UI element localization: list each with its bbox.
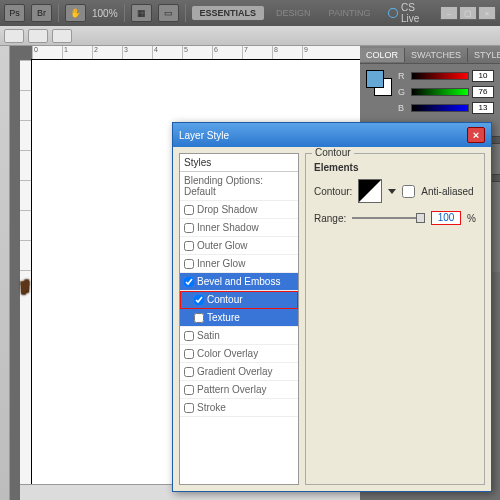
layer-style-dialog: Layer Style × Styles Blending Options: D… [172, 122, 492, 492]
style-satin[interactable]: Satin [180, 327, 298, 345]
styles-list: Styles Blending Options: Default Drop Sh… [179, 153, 299, 485]
close-app-icon[interactable]: × [478, 6, 496, 20]
arrange-icon[interactable]: ▦ [131, 4, 152, 22]
dialog-title: Layer Style [179, 130, 229, 141]
screen-icon[interactable]: ▭ [158, 4, 179, 22]
style-inner-glow[interactable]: Inner Glow [180, 255, 298, 273]
maximize-icon[interactable]: ▢ [459, 6, 477, 20]
style-color-overlay[interactable]: Color Overlay [180, 345, 298, 363]
tab-swatches[interactable]: SWATCHES [405, 48, 468, 62]
antialiased-label: Anti-aliased [421, 186, 473, 197]
tools-panel[interactable] [0, 46, 10, 500]
chevron-down-icon[interactable] [388, 189, 396, 194]
antialiased-checkbox[interactable] [402, 185, 415, 198]
style-outer-glow[interactable]: Outer Glow [180, 237, 298, 255]
color-swatch[interactable] [366, 70, 392, 96]
options-bar [0, 26, 500, 46]
option-chip[interactable] [52, 29, 72, 43]
section-title: Contour [312, 147, 354, 158]
value-g[interactable]: 76 [472, 86, 494, 98]
close-icon[interactable]: × [467, 127, 485, 143]
style-stroke[interactable]: Stroke [180, 399, 298, 417]
contour-picker[interactable] [358, 179, 382, 203]
slider-g[interactable] [411, 88, 469, 96]
style-texture[interactable]: Texture [180, 309, 298, 327]
option-chip[interactable] [28, 29, 48, 43]
style-pattern-overlay[interactable]: Pattern Overlay [180, 381, 298, 399]
app-icon[interactable]: Ps [4, 4, 25, 22]
zoom-level[interactable]: 100% [92, 8, 118, 19]
slider-b[interactable] [411, 104, 469, 112]
style-contour[interactable]: Contour [180, 291, 298, 309]
style-bevel-emboss[interactable]: Bevel and Emboss [180, 273, 298, 291]
style-inner-shadow[interactable]: Inner Shadow [180, 219, 298, 237]
styles-header[interactable]: Styles [180, 154, 298, 172]
elements-label: Elements [314, 162, 476, 173]
percent-label: % [467, 213, 476, 224]
style-drop-shadow[interactable]: Drop Shadow [180, 201, 298, 219]
workspace-design[interactable]: DESIGN [270, 8, 317, 18]
slider-r[interactable] [411, 72, 469, 80]
workspace-essentials[interactable]: ESSENTIALS [192, 6, 265, 20]
ruler-vertical [20, 60, 32, 500]
style-gradient-overlay[interactable]: Gradient Overlay [180, 363, 298, 381]
contour-label: Contour: [314, 186, 352, 197]
tool-preset[interactable] [4, 29, 24, 43]
range-slider[interactable] [352, 217, 425, 219]
cs-live-button[interactable]: CS Live [388, 2, 434, 24]
tab-color[interactable]: COLOR [360, 48, 405, 62]
minimize-icon[interactable]: – [440, 6, 458, 20]
bridge-icon[interactable]: Br [31, 4, 52, 22]
range-input[interactable]: 100 [431, 211, 461, 225]
ruler-horizontal: 0123456789 [32, 46, 360, 60]
blending-options[interactable]: Blending Options: Default [180, 172, 298, 201]
workspace-painting[interactable]: PAINTING [323, 8, 377, 18]
tab-styles[interactable]: STYLES [468, 48, 500, 62]
hand-icon[interactable]: ✋ [65, 4, 86, 22]
value-b[interactable]: 13 [472, 102, 494, 114]
range-label: Range: [314, 213, 346, 224]
value-r[interactable]: 10 [472, 70, 494, 82]
